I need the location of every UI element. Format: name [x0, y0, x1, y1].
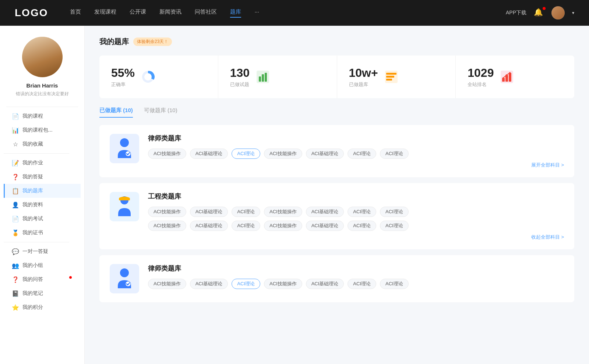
nav-open-course[interactable]: 公开课: [130, 8, 146, 18]
bank-tag[interactable]: ACI理论: [380, 279, 409, 289]
trial-badge: 体验剩余23天！: [133, 38, 172, 46]
lawyer-icon-1: [110, 134, 139, 163]
bank-tag[interactable]: ACI基础理论: [306, 149, 344, 159]
svg-rect-22: [119, 199, 130, 200]
sidebar-item-label: 我的收藏: [22, 141, 43, 147]
stat-banks: 10w+ 已做题库: [337, 56, 456, 98]
bank-tag[interactable]: ACI理论: [348, 221, 376, 231]
sidebar-item-one-on-one[interactable]: 💬 一对一答疑: [4, 245, 81, 258]
top-navigation: LOGO 首页 发现课程 公开课 新闻资讯 问答社区 题库 ··· APP下载 …: [0, 0, 589, 26]
logo: LOGO: [15, 7, 48, 19]
main-layout: Brian Harris 错误的决定比没有决定要好 📄 我的课程 📊 我的课程包…: [0, 26, 589, 364]
nav-bank[interactable]: 题库: [230, 8, 241, 18]
sidebar-item-my-course[interactable]: 📄 我的课程: [4, 109, 81, 123]
bank-collapse-engineer[interactable]: 收起全部科目 >: [148, 234, 564, 240]
bank-tag[interactable]: ACI基础理论: [306, 221, 344, 231]
sidebar-item-label: 我的课程: [22, 113, 43, 119]
bank-tag[interactable]: ACI技能操作: [148, 221, 186, 231]
stat-questions-label: 已做试题: [230, 81, 250, 88]
bank-tag[interactable]: ACI理论: [380, 221, 409, 231]
bank-tag[interactable]: ACI技能操作: [264, 221, 302, 231]
sidebar-item-cert[interactable]: 🏅 我的证书: [4, 226, 81, 240]
bank-tag[interactable]: ACI基础理论: [190, 207, 228, 217]
sidebar-item-profile[interactable]: 👤 我的资料: [4, 198, 81, 212]
bank-icon: 📋: [12, 188, 19, 194]
nav-more[interactable]: ···: [254, 8, 259, 18]
user-avatar[interactable]: [551, 6, 565, 19]
nav-news[interactable]: 新闻资讯: [159, 8, 181, 18]
nav-qa[interactable]: 问答社区: [195, 8, 217, 18]
bank-tag[interactable]: ACI技能操作: [148, 207, 186, 217]
sidebar-item-my-qa[interactable]: ❓ 我的问答: [4, 272, 81, 286]
favorites-icon: ☆: [12, 141, 19, 147]
page-title: 我的题库: [99, 37, 129, 47]
nav-home[interactable]: 首页: [70, 8, 81, 18]
exam-icon: 📄: [12, 215, 19, 222]
sidebar-item-notes[interactable]: 📓 我的笔记: [4, 286, 81, 300]
tab-done[interactable]: 已做题库 (10): [99, 107, 133, 118]
bank-tag[interactable]: ACI理论: [348, 279, 376, 289]
notes-icon: 📓: [12, 290, 19, 297]
sidebar-item-favorites[interactable]: ☆ 我的收藏: [4, 137, 81, 151]
sidebar-item-label: 我的积分: [22, 304, 43, 311]
sidebar-item-points[interactable]: ⭐ 我的积分: [4, 300, 81, 314]
bank-title-engineer: 工程类题库: [148, 192, 564, 201]
bank-tag-active[interactable]: ACI理论: [232, 149, 260, 159]
sidebar-item-homework[interactable]: 📝 我的作业: [4, 156, 81, 170]
bank-expand-lawyer-1[interactable]: 展开全部科目 >: [148, 162, 564, 168]
bank-card-engineer: 工程类题库 ACI技能操作 ACI基础理论 ACI理论 ACI技能操作 ACI基…: [99, 183, 574, 249]
sidebar-item-label: 我的问答: [22, 276, 43, 283]
group-icon: 👥: [12, 262, 19, 269]
svg-point-14: [502, 77, 504, 79]
bank-tags-lawyer-2: ACI技能操作 ACI基础理论 ACI理论 ACI技能操作 ACI基础理论 AC…: [148, 279, 564, 289]
sidebar-item-bank[interactable]: 📋 我的题库: [4, 184, 81, 198]
my-qa-icon: ❓: [12, 276, 19, 283]
nav-discover[interactable]: 发现课程: [94, 8, 116, 18]
notification-badge: [543, 7, 546, 10]
bank-tag[interactable]: ACI基础理论: [190, 279, 228, 289]
sidebar-item-course-pkg[interactable]: 📊 我的课程包...: [4, 123, 81, 137]
bank-tag[interactable]: ACI理论: [348, 149, 376, 159]
bank-info-lawyer-1: 律师类题库 ACI技能操作 ACI基础理论 ACI理论 ACI技能操作 ACI基…: [148, 134, 564, 168]
bank-tag[interactable]: ACI技能操作: [264, 207, 302, 217]
sidebar-item-label: 我的证书: [22, 229, 43, 236]
bank-tag[interactable]: ACI基础理论: [190, 221, 228, 231]
stat-accuracy-main: 55% 正确率: [111, 66, 135, 88]
bank-tag-active[interactable]: ACI理论: [232, 279, 260, 289]
tab-available[interactable]: 可做题库 (10): [144, 107, 177, 118]
course-pkg-icon: 📊: [12, 127, 19, 133]
sidebar-menu: 📄 我的课程 📊 我的课程包... ☆ 我的收藏 📝 我的作业 ❓ 我的答疑 �: [0, 109, 84, 314]
qa-icon: ❓: [12, 174, 19, 180]
bank-tag[interactable]: ACI技能操作: [148, 149, 186, 159]
bank-tag[interactable]: ACI技能操作: [264, 279, 302, 289]
bank-tag[interactable]: ACI基础理论: [190, 149, 228, 159]
svg-point-1: [144, 73, 152, 81]
page-header: 我的题库 体验剩余23天！: [99, 37, 574, 47]
bank-tag[interactable]: ACI理论: [232, 221, 260, 231]
bank-tag[interactable]: ACI理论: [380, 207, 409, 217]
notification-bell[interactable]: 🔔: [534, 8, 544, 18]
sidebar-item-group[interactable]: 👥 我的小组: [4, 258, 81, 272]
sidebar-motto: 错误的决定比没有决定要好: [16, 91, 69, 97]
tabs: 已做题库 (10) 可做题库 (10): [99, 107, 574, 118]
bell-icon: 🔔: [534, 8, 543, 16]
bank-tag[interactable]: ACI理论: [232, 207, 260, 217]
sidebar-avatar: [22, 37, 63, 77]
svg-rect-7: [386, 73, 396, 75]
bank-tag[interactable]: ACI技能操作: [148, 279, 186, 289]
svg-rect-3: [259, 76, 261, 82]
bank-tag[interactable]: ACI理论: [348, 207, 376, 217]
stat-banks-value: 10w+: [349, 66, 378, 80]
bank-tag[interactable]: ACI基础理论: [306, 279, 344, 289]
bank-tag[interactable]: ACI理论: [380, 149, 409, 159]
homework-icon: 📝: [12, 160, 19, 166]
stat-accuracy-icon: [141, 69, 155, 84]
bank-tag[interactable]: ACI基础理论: [306, 207, 344, 217]
bank-tag[interactable]: ACI技能操作: [264, 149, 302, 159]
user-menu-chevron[interactable]: ▾: [572, 10, 574, 15]
sidebar-item-exam[interactable]: 📄 我的考试: [4, 212, 81, 226]
lawyer-icon-2: [110, 264, 139, 293]
app-download-button[interactable]: APP下载: [506, 10, 526, 16]
sidebar-item-qa[interactable]: ❓ 我的答疑: [4, 170, 81, 184]
stat-accuracy-label: 正确率: [111, 81, 135, 88]
